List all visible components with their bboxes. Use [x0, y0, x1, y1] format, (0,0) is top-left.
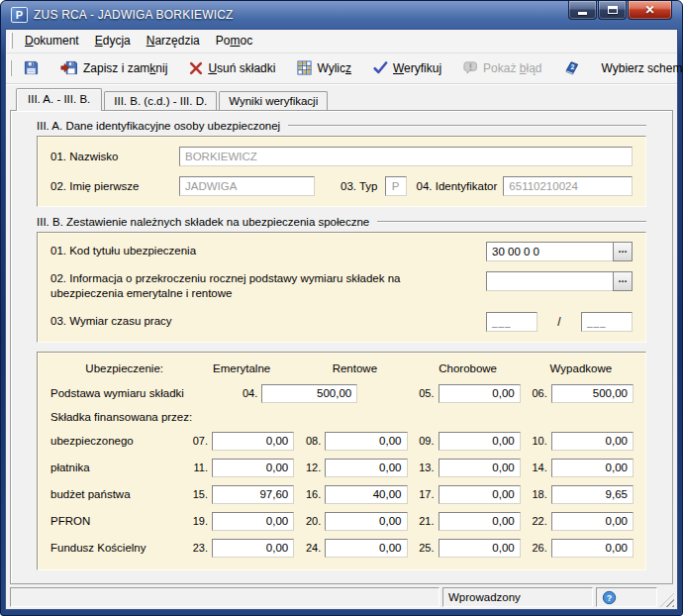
wymiar-czasu-label: 03. Wymiar czasu pracy: [50, 314, 486, 330]
delete-contributions-button[interactable]: Usuń składki: [181, 56, 283, 80]
minimize-button[interactable]: [568, 1, 597, 20]
tab-iii-a-iii-b[interactable]: III. A. - III. B.: [16, 88, 102, 111]
field-11[interactable]: 0,00: [212, 459, 294, 477]
base-06-field[interactable]: 500,00: [551, 384, 634, 403]
menu-bar: Dokument Edycja Narzędzia Pomoc: [6, 30, 677, 53]
base-row-label: Podstawa wymiaru składki: [50, 387, 181, 399]
close-icon: ✕: [644, 4, 654, 16]
field-22[interactable]: 0,00: [551, 512, 634, 531]
table-row-pfron: PFRON 19.0,00 20.0,00 21.0,00 22.0,00: [50, 512, 634, 531]
table-header-row: Ubezpieczenie: Emerytalne Rentowe Chorob…: [50, 362, 634, 374]
table-row-fundusz-koscielny: Fundusz Kościelny 23.0,00 24.0,00 25.0,0…: [50, 539, 634, 558]
base-05-field[interactable]: 0,00: [439, 384, 521, 403]
wymiar-separator: /: [557, 315, 560, 329]
menu-dokument[interactable]: Dokument: [17, 31, 87, 51]
field-number: 10.: [529, 435, 551, 447]
app-window: P ZUS RCA - JADWIGA BORKIEWICZ ✕ Dokumen…: [0, 0, 683, 616]
field-26[interactable]: 0,00: [551, 539, 634, 558]
field-23[interactable]: 0,00: [212, 539, 294, 558]
field-number: 15.: [189, 488, 212, 500]
svg-text:2: 2: [570, 63, 574, 70]
imie-field[interactable]: JADWIGA: [179, 176, 315, 196]
resize-grip[interactable]: [660, 593, 674, 607]
book-icon: 2: [564, 60, 580, 75]
field-18[interactable]: 9,65: [551, 485, 634, 504]
menu-narzedzia[interactable]: Narzędzia: [139, 31, 208, 51]
wymiar-mianownik-field[interactable]: ___: [581, 312, 633, 332]
field-14[interactable]: 0,00: [551, 459, 634, 477]
financed-by-label: Składka finansowana przez:: [50, 411, 634, 423]
field-19[interactable]: 0,00: [212, 512, 294, 531]
field-12[interactable]: 0,00: [325, 459, 407, 477]
field-16[interactable]: 40,00: [325, 485, 407, 504]
nazwisko-field[interactable]: BORKIEWICZ: [179, 147, 633, 166]
minimize-icon: [578, 12, 587, 15]
kod-tytulu-field[interactable]: 30 00 0 0: [486, 242, 613, 261]
field-09[interactable]: 0,00: [439, 432, 521, 451]
status-document-state: Wprowadzony: [442, 587, 593, 607]
save-button[interactable]: [16, 55, 47, 80]
toolbar: Zapisz i zamknij Usuń składki: [6, 53, 677, 84]
kod-tytulu-ellipsis-button[interactable]: ...: [613, 242, 633, 261]
wymiar-licznik-field[interactable]: ___: [486, 312, 537, 332]
kod-tytulu-label: 01. Kod tytułu ubezpieczenia: [50, 244, 486, 259]
typ-field[interactable]: P: [385, 176, 407, 196]
toolbar-grip[interactable]: [10, 60, 12, 76]
calculation-scheme-book-button[interactable]: 2: [556, 55, 588, 80]
field-number: 20.: [302, 515, 325, 527]
field-number: 24.: [302, 542, 325, 554]
field-08[interactable]: 0,00: [325, 432, 407, 451]
menu-edycja[interactable]: Edycja: [87, 31, 139, 51]
informacja-ellipsis-button[interactable]: ...: [613, 271, 633, 291]
client-area: Dokument Edycja Narzędzia Pomoc: [5, 29, 678, 610]
base-cell-06: 06. 500,00: [529, 384, 634, 403]
field-13[interactable]: 0,00: [439, 459, 521, 477]
base-04-field[interactable]: 500,00: [261, 384, 357, 403]
table-row-budzet-panstwa: budżet państwa 15.97,60 16.40,00 17.0,00…: [50, 485, 634, 504]
table-row-platnika: płatnika 11.0,00 12.0,00 13.0,00 14.0,00: [50, 459, 634, 477]
save-and-close-button[interactable]: Zapisz i zamknij: [52, 55, 175, 80]
menubar-grip[interactable]: [10, 33, 13, 49]
status-help-panel: ?: [596, 587, 657, 607]
column-header-chorobowe: Chorobowe: [416, 362, 521, 374]
tab-strip: III. A. - III. B. III. B. (c.d.) - III. …: [6, 84, 677, 110]
informacja-label: 02. Informacja o przekroczeniu rocznej p…: [50, 271, 486, 302]
field-10[interactable]: 0,00: [551, 432, 634, 451]
contributions-table-panel: Ubezpieczenie: Emerytalne Rentowe Chorob…: [37, 352, 646, 570]
app-icon: P: [11, 7, 28, 23]
calculate-button[interactable]: Wylicz: [289, 55, 359, 80]
menu-pomoc[interactable]: Pomoc: [208, 31, 260, 51]
field-number: 23.: [189, 542, 212, 554]
field-number: 06.: [529, 387, 551, 399]
field-20[interactable]: 0,00: [325, 512, 407, 531]
field-24[interactable]: 0,00: [325, 539, 407, 558]
field-17[interactable]: 0,00: [439, 485, 521, 504]
field-25[interactable]: 0,00: [439, 539, 521, 558]
tab-iii-b-cd-iii-d[interactable]: III. B. (c.d.) - III. D.: [104, 91, 217, 111]
floppy-arrow-icon: [60, 60, 78, 75]
maximize-icon: [608, 6, 618, 14]
ubezpieczenie-header-label: Ubezpieczenie:: [50, 362, 181, 374]
close-button[interactable]: ✕: [628, 1, 672, 20]
informacja-field[interactable]: [486, 271, 613, 291]
section-b-divider: [377, 221, 646, 223]
status-bar: Wprowadzony ?: [6, 584, 677, 609]
field-number: 12.: [302, 462, 325, 473]
field-number: 17.: [416, 488, 439, 500]
checkmark-icon: [373, 61, 388, 74]
field-15[interactable]: 97,60: [212, 485, 294, 504]
field-21[interactable]: 0,00: [439, 512, 521, 531]
window-controls: ✕: [568, 1, 676, 20]
tab-wyniki-weryfikacji[interactable]: Wyniki weryfikacji: [219, 91, 328, 111]
field-07[interactable]: 0,00: [212, 432, 294, 451]
floppy-icon: [24, 60, 39, 75]
maximize-button[interactable]: [598, 1, 627, 20]
identyfikator-field[interactable]: 65110210024: [503, 176, 633, 196]
kod-tytulu-combo: 30 00 0 0 ...: [486, 242, 633, 261]
tab-page: III. A. Dane identyfikacyjne osoby ubezp…: [10, 110, 673, 584]
base-cell-04: 04. 500,00: [189, 384, 408, 403]
choose-calculation-scheme-button[interactable]: Wybierz schemat wyliczeń: [594, 56, 683, 80]
typ-label: 03. Typ: [341, 180, 378, 192]
help-icon[interactable]: ?: [602, 590, 617, 605]
verify-button[interactable]: Weryfikuj: [365, 56, 449, 80]
